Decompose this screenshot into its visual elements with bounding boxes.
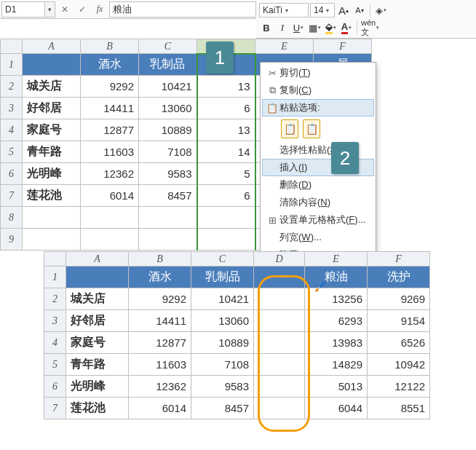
col-header[interactable]: A: [66, 252, 129, 267]
menu-col-width[interactable]: 列宽(W)...: [262, 229, 374, 246]
step-marker-1: 1: [206, 42, 234, 74]
spreadsheet-bottom[interactable]: A B C D E F 1 酒水 乳制品 粮油 洗护 2城关店929210421…: [44, 251, 430, 419]
clear-format-icon[interactable]: ◈: [373, 3, 388, 17]
table-row: 7莲花池6014845760448551: [44, 398, 430, 419]
cell[interactable]: [23, 54, 81, 76]
bold-button[interactable]: B: [259, 20, 274, 35]
formula-input[interactable]: 粮油: [109, 1, 256, 17]
name-box-dropdown[interactable]: ▾: [45, 1, 55, 17]
table-row: 3好邻居144111306062939154: [44, 310, 430, 332]
paste-values-icon[interactable]: 📋: [303, 119, 320, 138]
table-row: 5青年路1160371081482910942: [44, 354, 430, 376]
col-header[interactable]: B: [81, 39, 139, 54]
col-header[interactable]: E: [255, 39, 314, 54]
row-header[interactable]: 1: [1, 54, 23, 76]
col-header[interactable]: C: [191, 252, 254, 267]
scissors-icon: ✂: [265, 68, 279, 79]
border-button[interactable]: ▦: [307, 20, 322, 35]
col-header[interactable]: E: [305, 252, 368, 267]
table-row: 1 酒水 乳制品 粮油 洗护: [44, 267, 430, 288]
formula-bar: D1 ▾ ✕ ✓ fx 粮油: [0, 0, 256, 19]
phonetic-button[interactable]: wén文: [360, 20, 380, 35]
menu-copy[interactable]: ⧉复制(C): [262, 82, 374, 99]
underline-button[interactable]: U: [291, 20, 306, 35]
fill-color-button[interactable]: ⬙: [323, 20, 338, 35]
cancel-icon[interactable]: ✕: [57, 1, 73, 17]
column-header-row: A B C D E F: [44, 252, 430, 267]
step-marker-2: 2: [331, 142, 359, 174]
cell[interactable]: 乳制品: [139, 54, 197, 76]
font-name-combo[interactable]: KaiTi: [259, 3, 309, 17]
menu-delete[interactable]: 删除(D): [262, 176, 374, 194]
col-header[interactable]: C: [139, 39, 197, 54]
menu-cut[interactable]: ✂剪切(T): [262, 64, 374, 82]
italic-button[interactable]: I: [275, 20, 290, 35]
font-size-combo[interactable]: 14: [310, 3, 335, 17]
copy-icon: ⧉: [265, 84, 279, 96]
select-all-corner[interactable]: [44, 252, 66, 267]
menu-paste-options[interactable]: 📋粘贴选项:: [262, 99, 374, 117]
name-box[interactable]: D1: [1, 1, 45, 17]
paste-options-row: 📋 📋: [262, 117, 374, 141]
menu-clear[interactable]: 清除内容(N): [262, 194, 374, 211]
col-header[interactable]: F: [314, 39, 372, 54]
table-row: 6光明峰123629583501312122: [44, 376, 430, 398]
font-color-button[interactable]: A: [339, 20, 354, 35]
col-header[interactable]: A: [23, 39, 81, 54]
fx-icon[interactable]: fx: [92, 1, 108, 17]
col-header[interactable]: B: [129, 252, 191, 267]
cell[interactable]: 酒水: [81, 54, 139, 76]
table-row: 4家庭号1287710889139836526: [44, 332, 430, 354]
table-row: 2城关店929210421132569269: [44, 288, 430, 310]
paintbrush-icon[interactable]: 🖌️: [314, 281, 326, 292]
col-header[interactable]: F: [368, 252, 430, 267]
decrease-font-icon[interactable]: A▾: [352, 3, 367, 17]
clipboard-icon: 📋: [265, 103, 279, 114]
menu-format-cells[interactable]: ⊞设置单元格格式(F)...: [262, 211, 374, 229]
select-all-corner[interactable]: [1, 39, 23, 54]
col-header[interactable]: D: [254, 252, 305, 267]
context-menu: ✂剪切(T) ⧉复制(C) 📋粘贴选项: 📋 📋 选择性粘贴(S)... 插入(…: [260, 62, 376, 266]
font-ribbon: KaiTi 14 A▴ A▾ ◈ B I U ▦ ⬙ A wén文: [256, 0, 476, 39]
paste-keep-source-icon[interactable]: 📋: [281, 119, 298, 138]
format-icon: ⊞: [265, 215, 279, 226]
increase-font-icon[interactable]: A▴: [336, 3, 351, 17]
column-header-row: A B C D E F: [1, 39, 372, 54]
accept-icon[interactable]: ✓: [74, 1, 90, 17]
